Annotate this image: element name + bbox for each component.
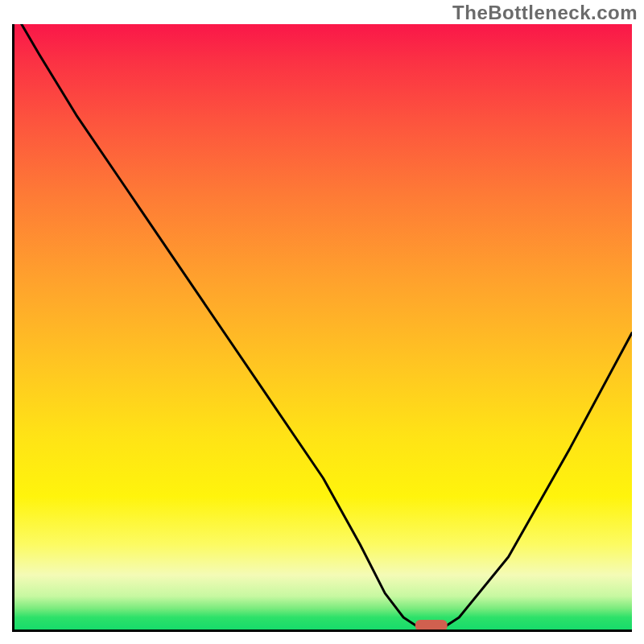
curve-svg [14,24,632,630]
watermark-text: TheBottleneck.com [452,2,638,24]
bottleneck-curve [14,24,632,630]
optimal-marker [415,620,448,630]
chart-container: TheBottleneck.com [0,0,644,644]
plot-area [12,24,632,632]
